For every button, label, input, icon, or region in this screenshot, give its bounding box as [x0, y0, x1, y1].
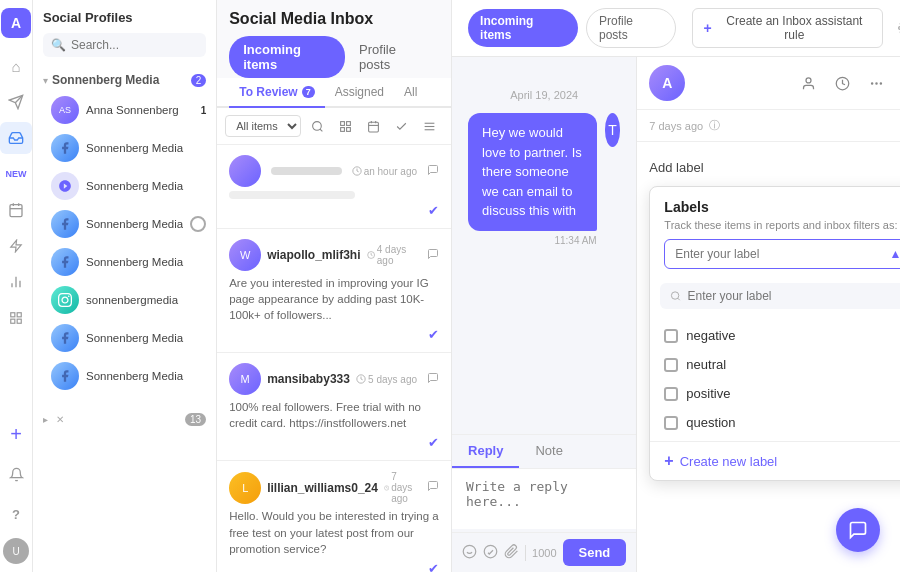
profile-name: Anna Sonnenberg	[86, 104, 194, 116]
more-filter-icon[interactable]	[417, 114, 441, 138]
profile-name: Sonnenberg Media	[86, 332, 206, 344]
tab-all[interactable]: All	[394, 78, 427, 106]
inbox-tabs-top: Incoming items Profile posts	[229, 36, 439, 78]
list-item[interactable]: Sonnenberg Media	[33, 129, 216, 167]
note-tab[interactable]: Note	[519, 435, 578, 468]
list-item[interactable]: M mansibaby333 5 days ago 100% real foll…	[217, 353, 451, 461]
user-avatar[interactable]: U	[3, 538, 29, 564]
msg-time: an hour ago	[352, 166, 417, 177]
group-header-unknown[interactable]: ▸ ✕ 13	[33, 407, 216, 431]
svg-point-34	[484, 545, 497, 558]
person-icon[interactable]	[794, 69, 822, 97]
label-negative: negative	[686, 328, 735, 343]
neutral-checkbox[interactable]	[664, 358, 678, 372]
list-item[interactable]: Sonnenberg Media	[33, 243, 216, 281]
calendar-icon[interactable]	[0, 194, 32, 226]
plus-icon[interactable]: +	[0, 418, 32, 450]
grid-icon[interactable]	[0, 302, 32, 334]
lightning-icon[interactable]	[0, 230, 32, 262]
group-header-sonnenberg[interactable]: ▾ Sonnenberg Media 2	[33, 69, 216, 91]
list-item[interactable]: neutral	[650, 350, 900, 379]
incoming-tab-main[interactable]: Incoming items	[468, 9, 578, 47]
avatar	[51, 172, 79, 200]
chart-icon[interactable]	[0, 266, 32, 298]
list-item[interactable]: positive	[650, 379, 900, 408]
positive-checkbox[interactable]	[664, 387, 678, 401]
attachment-icon[interactable]	[504, 544, 519, 562]
group-count-badge: 13	[185, 413, 206, 426]
list-item[interactable]: W wiapollo_mlif3hi 4 days ago Are you in…	[217, 229, 451, 353]
settings-icon[interactable]	[891, 13, 900, 43]
reply-footer: 1000 Send	[452, 532, 636, 572]
help-icon[interactable]: ?	[0, 498, 32, 530]
emoji-icon[interactable]	[462, 544, 477, 562]
search-icon: 🔍	[51, 38, 66, 52]
new-icon[interactable]: NEW	[0, 158, 32, 190]
app-logo[interactable]: A	[1, 8, 31, 38]
grid-filter-icon[interactable]	[333, 114, 357, 138]
reply-input[interactable]	[452, 469, 636, 529]
list-item[interactable]: Sonnenberg Media	[33, 319, 216, 357]
right-panel: A 7 days ago ⓘ	[636, 57, 900, 572]
expand-icon[interactable]	[896, 69, 900, 97]
search-box[interactable]: 🔍	[43, 33, 206, 57]
divider	[525, 545, 526, 561]
group-count-badge: 2	[191, 74, 207, 87]
emoji2-icon[interactable]	[483, 544, 498, 562]
check-filter-icon[interactable]	[389, 114, 413, 138]
profile-name: Sonnenberg Media	[86, 218, 183, 230]
list-item[interactable]: question	[650, 408, 900, 437]
send-button[interactable]: Send	[563, 539, 627, 566]
incoming-items-tab[interactable]: Incoming items	[229, 36, 345, 78]
negative-checkbox[interactable]	[664, 329, 678, 343]
inbox-icon[interactable]	[0, 122, 32, 154]
check-icon: ✔	[428, 327, 439, 342]
profiles-title: Social Profiles	[43, 10, 206, 25]
calendar-filter-icon[interactable]	[361, 114, 385, 138]
profile-badge	[190, 216, 206, 232]
create-rule-button[interactable]: + Incoming items Create an Inbox assista…	[692, 8, 883, 48]
msg-preview: Are you interested in improving your IG …	[229, 275, 439, 323]
svg-point-35	[806, 77, 811, 82]
avatar: W	[229, 239, 261, 271]
svg-rect-16	[346, 127, 350, 131]
tab-to-review[interactable]: To Review 7	[229, 78, 324, 106]
chat-column: April 19, 2024 Hey we would love to part…	[452, 57, 636, 572]
main-panel: Incoming items Profile posts + Incoming …	[452, 0, 900, 572]
list-item[interactable]: Sonnenberg Media	[33, 167, 216, 205]
subtab-badge: 7	[302, 86, 315, 98]
filter-select[interactable]: All items	[225, 115, 301, 137]
search-filter-icon[interactable]	[305, 114, 329, 138]
list-item[interactable]: an hour ago ✔	[217, 145, 451, 229]
list-item[interactable]: negative	[650, 321, 900, 350]
label-input[interactable]	[664, 239, 900, 269]
reply-tab[interactable]: Reply	[452, 435, 519, 468]
label-search-input[interactable]	[687, 289, 900, 303]
bell-icon[interactable]	[0, 458, 32, 490]
list-item[interactable]: sonnenbergmedia	[33, 281, 216, 319]
clock-icon[interactable]	[828, 69, 856, 97]
profile-posts-tab[interactable]: Profile posts	[345, 36, 439, 78]
more-icon[interactable]	[862, 69, 890, 97]
search-input[interactable]	[71, 38, 198, 52]
tab-assigned[interactable]: Assigned	[325, 78, 394, 106]
msg-username: lillian_williams0_24	[267, 481, 378, 495]
chat-time: 11:34 AM	[554, 235, 596, 246]
chat-area: April 19, 2024 Hey we would love to part…	[452, 57, 900, 572]
question-checkbox[interactable]	[664, 416, 678, 430]
list-item[interactable]: Sonnenberg Media	[33, 205, 216, 243]
chevron-right-icon: ▸	[43, 414, 48, 425]
profile-tab-main[interactable]: Profile posts	[586, 8, 676, 48]
list-item[interactable]: AS Anna Sonnenberg 1	[33, 91, 216, 129]
avatar: M	[229, 363, 261, 395]
labels-section: Add label + Labels Track these items in …	[637, 142, 900, 493]
send-icon[interactable]	[0, 86, 32, 118]
list-item[interactable]: Sonnenberg Media	[33, 357, 216, 395]
avatar: T	[605, 113, 621, 147]
home-icon[interactable]: ⌂	[0, 50, 32, 82]
list-item[interactable]: L lillian_williams0_24 7 days ago Hello.…	[217, 461, 451, 572]
svg-rect-18	[368, 122, 378, 132]
chat-support-button[interactable]	[836, 508, 880, 552]
msg-time: 7 days ago	[384, 471, 417, 504]
create-new-label-button[interactable]: + Create new label	[650, 441, 900, 480]
